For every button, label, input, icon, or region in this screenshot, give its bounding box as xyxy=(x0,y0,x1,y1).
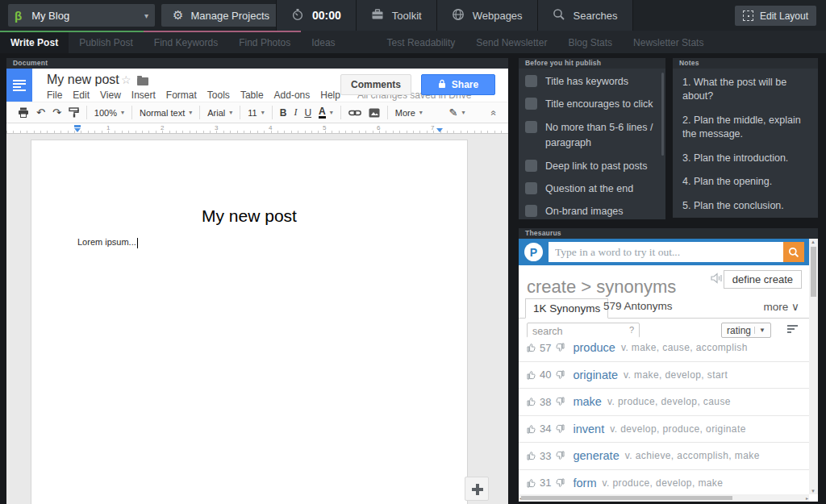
checklist-item[interactable]: Question at the end xyxy=(525,181,659,197)
document-body-text[interactable]: Lorem ipsum... xyxy=(77,237,138,248)
checklist-item[interactable]: No more than 5-6 lines / paragraph xyxy=(525,120,659,152)
thesaurus-search-button[interactable] xyxy=(783,242,804,262)
menu-format[interactable]: Format xyxy=(166,90,197,101)
blog-selector-dropdown[interactable]: β My Blog ▾ xyxy=(8,4,155,27)
redo-icon[interactable]: ↷ xyxy=(52,106,61,119)
more-dropdown[interactable]: More ▾ xyxy=(395,108,423,118)
thumb-up-icon[interactable] xyxy=(527,370,536,380)
tab-test-readability[interactable]: Test Readability xyxy=(377,31,466,53)
menu-edit[interactable]: Edit xyxy=(73,90,90,101)
thumb-up-icon[interactable] xyxy=(527,397,536,406)
scroll-right-icon[interactable]: ▸ xyxy=(806,495,808,501)
left-indent-marker[interactable] xyxy=(74,128,81,132)
thesaurus-search-input[interactable] xyxy=(549,242,804,262)
synonym-link[interactable]: produce xyxy=(573,341,615,354)
menu-addons[interactable]: Add-ons xyxy=(274,90,311,101)
vertical-scroll-thumb[interactable] xyxy=(811,247,816,297)
scroll-down-icon[interactable]: ▼ xyxy=(811,489,816,494)
right-indent-marker[interactable] xyxy=(436,128,443,132)
thumb-up-icon[interactable] xyxy=(527,478,536,488)
tab-blog-stats[interactable]: Blog Stats xyxy=(557,31,623,53)
menu-insert[interactable]: Insert xyxy=(131,90,156,101)
edit-layout-button[interactable]: Edit Layout xyxy=(735,6,816,26)
tab-send-newsletter[interactable]: Send Newsletter xyxy=(465,31,557,53)
docs-ruler[interactable]: 1 2 3 4 5 6 7 xyxy=(6,123,508,134)
first-line-indent-marker[interactable] xyxy=(74,125,81,127)
vertical-scrollbar[interactable]: ▲ ▼ xyxy=(809,239,818,494)
page-action-button[interactable] xyxy=(465,477,489,501)
manage-projects-button[interactable]: ⚙ Manage Projects xyxy=(161,4,281,27)
insert-image-icon[interactable] xyxy=(369,108,380,118)
document-page[interactable]: My new post Lorem ipsum... xyxy=(31,140,468,504)
comments-button[interactable]: Comments xyxy=(340,74,411,95)
menu-table[interactable]: Table xyxy=(240,90,264,101)
horizontal-scroll-thumb[interactable] xyxy=(521,496,732,500)
paragraph-style-dropdown[interactable]: Normal text ▾ xyxy=(140,108,192,118)
bold-button[interactable]: B xyxy=(280,107,287,119)
checkbox-icon[interactable] xyxy=(525,205,537,217)
webpages-button[interactable]: Webpages xyxy=(437,0,538,31)
print-icon[interactable] xyxy=(18,107,29,118)
checklist-item[interactable]: Title has keywords xyxy=(525,74,659,90)
scroll-up-icon[interactable]: ▲ xyxy=(811,240,816,244)
folder-icon[interactable] xyxy=(137,77,148,85)
toolkit-button[interactable]: Toolkit xyxy=(357,0,437,31)
tab-publish-post[interactable]: Publish Post xyxy=(69,31,144,53)
checkbox-icon[interactable] xyxy=(525,182,537,194)
tab-find-photos[interactable]: Find Photos xyxy=(228,31,301,53)
synonym-link[interactable]: make xyxy=(573,395,601,408)
menu-help[interactable]: Help xyxy=(320,90,340,101)
menu-tools[interactable]: Tools xyxy=(207,90,230,101)
collapse-toolbar-icon[interactable]: « xyxy=(489,110,500,115)
insert-link-icon[interactable] xyxy=(348,109,361,117)
share-button[interactable]: Share xyxy=(421,74,495,95)
menu-view[interactable]: View xyxy=(100,90,121,101)
checklist-item[interactable]: On-brand images xyxy=(525,204,659,219)
undo-icon[interactable]: ↶ xyxy=(36,106,45,119)
thumb-down-icon[interactable] xyxy=(555,478,565,488)
checkbox-icon[interactable] xyxy=(525,121,537,133)
tab-synonyms[interactable]: 1K Synonyms xyxy=(525,298,608,319)
thumb-up-icon[interactable] xyxy=(527,424,536,434)
checklist-scrollbar[interactable] xyxy=(661,73,664,156)
synonym-link[interactable]: form xyxy=(573,477,596,489)
checkbox-icon[interactable] xyxy=(525,98,537,110)
italic-button[interactable]: I xyxy=(294,106,297,119)
docs-app-icon[interactable] xyxy=(6,69,32,102)
paint-format-icon[interactable] xyxy=(69,107,79,118)
font-size-dropdown[interactable]: 11 ▾ xyxy=(248,108,264,118)
checklist-item[interactable]: Title encourages to click xyxy=(525,97,659,112)
synonym-link[interactable]: invent xyxy=(573,423,604,435)
thumb-down-icon[interactable] xyxy=(555,370,565,380)
define-button[interactable]: define create xyxy=(724,270,802,289)
more-menu[interactable]: more ∨ xyxy=(764,300,799,313)
star-icon[interactable]: ☆ xyxy=(121,73,131,86)
tab-find-keywords[interactable]: Find Keywords xyxy=(144,31,228,53)
synonym-link[interactable]: originate xyxy=(573,369,618,381)
underline-button[interactable]: U xyxy=(304,107,311,119)
doc-title[interactable]: My new post xyxy=(47,73,119,87)
notes-list[interactable]: 1. What the post will be about? 2. Plan … xyxy=(673,69,818,218)
searches-button[interactable]: Searches xyxy=(538,0,633,31)
zoom-dropdown[interactable]: 100% ▾ xyxy=(94,108,124,118)
thumb-up-icon[interactable] xyxy=(527,451,536,460)
thumb-down-icon[interactable] xyxy=(555,397,565,406)
checkbox-icon[interactable] xyxy=(525,75,537,87)
tab-antonyms[interactable]: 579 Antonyms xyxy=(603,300,673,312)
editing-mode-dropdown[interactable]: ✎ ▾ xyxy=(449,106,465,119)
checkbox-icon[interactable] xyxy=(525,160,537,172)
thumb-up-icon[interactable] xyxy=(527,343,536,352)
tab-newsletter-stats[interactable]: Newsletter Stats xyxy=(623,31,714,53)
tab-write-post[interactable]: Write Post xyxy=(0,31,69,53)
timer-widget[interactable]: 00:00 xyxy=(276,0,357,31)
document-heading[interactable]: My new post xyxy=(31,206,467,226)
thesaurus-logo[interactable]: P xyxy=(524,243,543,261)
synonym-link[interactable]: generate xyxy=(573,449,619,462)
sort-order-icon[interactable] xyxy=(787,325,798,335)
checklist-item[interactable]: Deep link to past posts xyxy=(525,159,659,174)
font-dropdown[interactable]: Arial ▾ xyxy=(207,108,232,118)
text-color-dropdown[interactable]: A ▾ xyxy=(319,107,333,119)
horizontal-scrollbar[interactable]: ◂ ▸ xyxy=(519,494,809,502)
thumb-down-icon[interactable] xyxy=(555,451,565,460)
tab-ideas[interactable]: Ideas xyxy=(301,31,345,53)
